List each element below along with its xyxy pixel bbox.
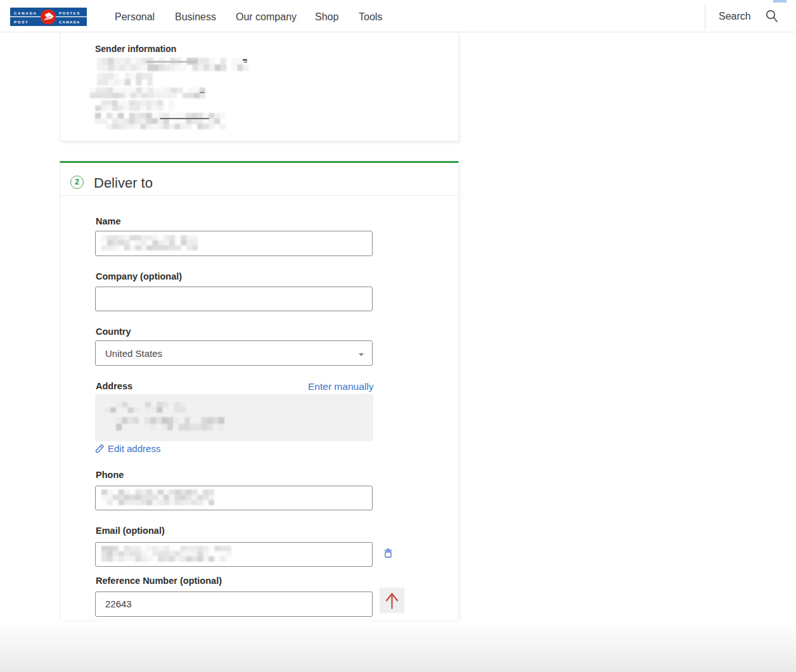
svg-text:POSTES: POSTES — [59, 11, 80, 15]
svg-text:CANADA: CANADA — [14, 11, 37, 15]
svg-text:CANADA: CANADA — [59, 20, 80, 24]
svg-text:POST: POST — [14, 20, 29, 24]
